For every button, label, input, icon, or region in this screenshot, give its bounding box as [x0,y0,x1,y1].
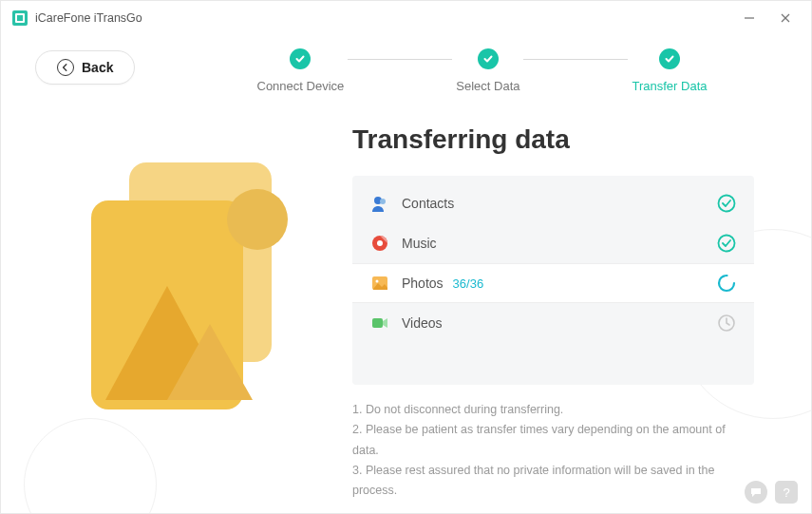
row-label: Contacts [402,196,454,211]
svg-point-8 [719,196,735,212]
app-window: iCareFone iTransGo Back Connect Device [0,0,812,514]
minimize-button[interactable] [743,11,756,25]
row-label: Photos [402,276,444,291]
status-pending-icon [716,313,737,333]
note-line: 1. Do not disconnect during transferring… [352,400,754,420]
svg-point-10 [377,240,383,246]
back-button[interactable]: Back [35,50,135,85]
title-bar: iCareFone iTransGo [1,1,811,35]
app-title: iCareFone iTransGo [35,11,142,25]
photos-icon [369,273,390,294]
step-select-data: Select Data [456,48,519,93]
step-label: Transfer Data [632,79,707,93]
chat-button[interactable] [745,481,767,504]
status-loading-icon [716,273,737,294]
row-label: Videos [402,315,443,331]
svg-rect-15 [372,318,383,328]
main-area: Transferring data Contacts Music [1,115,811,513]
back-arrow-icon [57,59,74,76]
step-transfer-data: Transfer Data [632,48,707,93]
check-icon [290,48,311,69]
chat-icon [749,485,763,499]
question-icon: ? [783,485,789,500]
status-done-icon [716,233,737,254]
videos-icon [369,313,390,333]
note-line: 2. Please be patient as transfer times v… [352,420,754,461]
step-connector [348,59,452,60]
window-controls [743,11,800,25]
svg-point-13 [376,280,379,283]
step-label: Select Data [456,79,519,93]
close-button[interactable] [779,11,792,25]
step-label: Connect Device [257,79,345,93]
help-button[interactable]: ? [775,481,798,504]
transfer-row-videos: Videos [352,303,754,343]
transfer-row-photos: Photos 36/36 [352,263,754,303]
check-icon [478,48,499,69]
app-logo-icon [12,10,28,26]
note-line: 3. Please rest assured that no private i… [352,461,754,502]
check-icon [659,48,680,69]
svg-point-14 [719,276,734,291]
svg-point-11 [719,236,735,252]
back-label: Back [82,60,113,75]
row-label: Music [402,236,437,251]
transfer-row-contacts: Contacts [352,183,754,223]
content-column: Transferring data Contacts Music [352,115,811,513]
row-progress: 36/36 [453,276,484,291]
page-title: Transferring data [352,124,754,155]
step-connector [523,59,628,60]
transfer-list: Contacts Music [352,176,754,385]
transfer-row-music: Music [352,223,754,263]
status-done-icon [716,193,737,214]
contacts-icon [369,193,390,214]
footer-actions: ? [745,481,798,504]
svg-point-7 [380,199,386,204]
notes-block: 1. Do not disconnect during transferring… [352,400,754,501]
photo-illustration-icon [53,134,300,438]
svg-point-5 [227,189,288,250]
illustration [1,115,352,513]
step-connect-device: Connect Device [257,48,345,93]
progress-stepper: Connect Device Select Data Transfer Data [229,48,735,93]
music-icon [369,233,390,254]
